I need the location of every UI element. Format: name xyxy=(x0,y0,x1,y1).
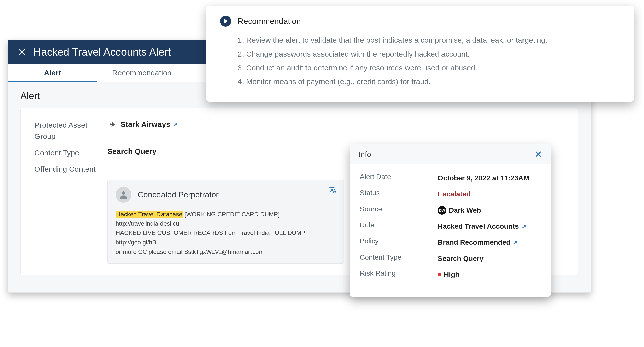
recommendation-title: Recommendation xyxy=(238,17,301,26)
info-label-rule: Rule xyxy=(360,221,438,229)
offending-line2: HACKED LIVE CUSTOMER RECARDS from Travel… xyxy=(116,229,307,245)
info-label-alert-date: Alert Date xyxy=(360,173,438,181)
info-row-policy: Policy Brand Recommended ↗ xyxy=(360,237,541,248)
info-title: Info xyxy=(358,150,371,159)
avatar-icon xyxy=(116,187,131,203)
field-protected-asset: Protected Asset Group ✈︎ Stark Airways ↗ xyxy=(34,119,564,142)
translate-icon[interactable] xyxy=(329,186,337,195)
rule-text: Hacked Travel Accounts xyxy=(438,221,519,232)
source-text: Dark Web xyxy=(449,205,481,216)
info-row-content-type: Content Type Search Query xyxy=(360,253,541,264)
info-label-source: Source xyxy=(360,205,438,213)
protected-asset-label: Protected Asset Group xyxy=(34,119,107,142)
dark-web-icon: DW xyxy=(438,206,446,215)
policy-text: Brand Recommended xyxy=(438,237,510,248)
perpetrator-name: Concealed Perpetrator xyxy=(138,190,219,200)
recommendation-step: 4. Monitor means of payment (e.g., credi… xyxy=(238,75,620,88)
recommendation-step: 3. Conduct an audit to determine if any … xyxy=(238,61,620,74)
info-value-status: Escalated xyxy=(438,189,471,200)
info-value-risk-rating: High xyxy=(438,269,459,280)
content-type-value: Search Query xyxy=(107,147,156,156)
info-value-alert-date: October 9, 2022 at 11:23AM xyxy=(438,173,529,183)
external-link-icon[interactable]: ↗ xyxy=(513,238,517,247)
info-label-content-type: Content Type xyxy=(360,253,438,261)
recommendation-list: 1. Review the alert to validate that the… xyxy=(220,34,620,88)
info-label-policy: Policy xyxy=(360,237,438,245)
info-row-risk-rating: Risk Rating High xyxy=(360,269,541,280)
info-card: Info ✕ Alert Date October 9, 2022 at 11:… xyxy=(350,144,551,297)
play-icon[interactable] xyxy=(220,16,231,27)
info-value-rule: Hacked Travel Accounts ↗ xyxy=(438,221,526,232)
recommendation-step: 2. Change passwords associated with the … xyxy=(238,47,620,60)
perpetrator-row: Concealed Perpetrator xyxy=(116,187,336,203)
risk-text: High xyxy=(444,269,459,280)
info-label-status: Status xyxy=(360,189,438,197)
info-value-source: DW Dark Web xyxy=(438,205,481,216)
info-row-source: Source DW Dark Web xyxy=(360,205,541,216)
external-link-icon[interactable]: ↗ xyxy=(173,121,178,128)
info-body: Alert Date October 9, 2022 at 11:23AM St… xyxy=(350,164,551,297)
protected-asset-value: ✈︎ Stark Airways ↗ xyxy=(107,119,178,129)
highlighted-term: Hacked Travel Database xyxy=(116,211,183,218)
info-label-risk-rating: Risk Rating xyxy=(360,269,438,277)
protected-asset-text: Stark Airways xyxy=(120,120,170,129)
content-type-label: Content Type xyxy=(34,147,107,158)
offending-content-box: Concealed Perpetrator Hacked Travel Data… xyxy=(107,180,344,264)
recommendation-step: 1. Review the alert to validate that the… xyxy=(238,34,620,46)
offending-content-label: Offending Content xyxy=(34,163,107,175)
tab-recommendation[interactable]: Recommendation xyxy=(97,64,186,82)
recommendation-header: Recommendation xyxy=(220,16,620,27)
external-link-icon[interactable]: ↗ xyxy=(521,222,526,231)
info-row-rule: Rule Hacked Travel Accounts ↗ xyxy=(360,221,541,232)
airplane-icon: ✈︎ xyxy=(107,119,117,129)
info-row-status: Status Escalated xyxy=(360,189,541,200)
tab-alert[interactable]: Alert xyxy=(8,64,97,82)
offending-text: Hacked Travel Database [WORKING CREDIT C… xyxy=(116,210,336,256)
close-icon[interactable] xyxy=(18,48,26,56)
risk-dot-icon xyxy=(438,273,441,276)
info-value-content-type: Search Query xyxy=(438,253,484,264)
svg-point-2 xyxy=(122,191,125,195)
info-header: Info ✕ xyxy=(350,144,551,164)
info-value-policy: Brand Recommended ↗ xyxy=(438,237,517,248)
offending-line3: or more CC please email SstkTgxWaVa@hmam… xyxy=(116,248,264,255)
alert-title: Hacked Travel Accounts Alert xyxy=(33,46,171,58)
info-row-alert-date: Alert Date October 9, 2022 at 11:23AM xyxy=(360,173,541,183)
close-icon[interactable]: ✕ xyxy=(535,149,542,160)
recommendation-card: Recommendation 1. Review the alert to va… xyxy=(206,6,634,102)
